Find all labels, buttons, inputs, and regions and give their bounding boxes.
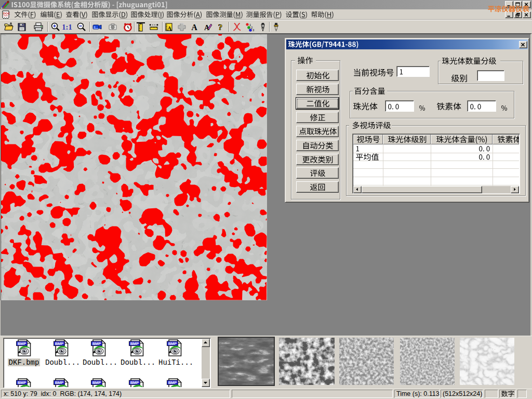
- svg-text:?: ?: [218, 22, 223, 32]
- svg-text:3: 3: [252, 29, 255, 32]
- svg-text:A: A: [167, 25, 172, 32]
- svg-text:1:1: 1:1: [62, 23, 72, 31]
- svg-text:A: A: [191, 23, 197, 32]
- svg-text:DOC: DOC: [3, 12, 10, 15]
